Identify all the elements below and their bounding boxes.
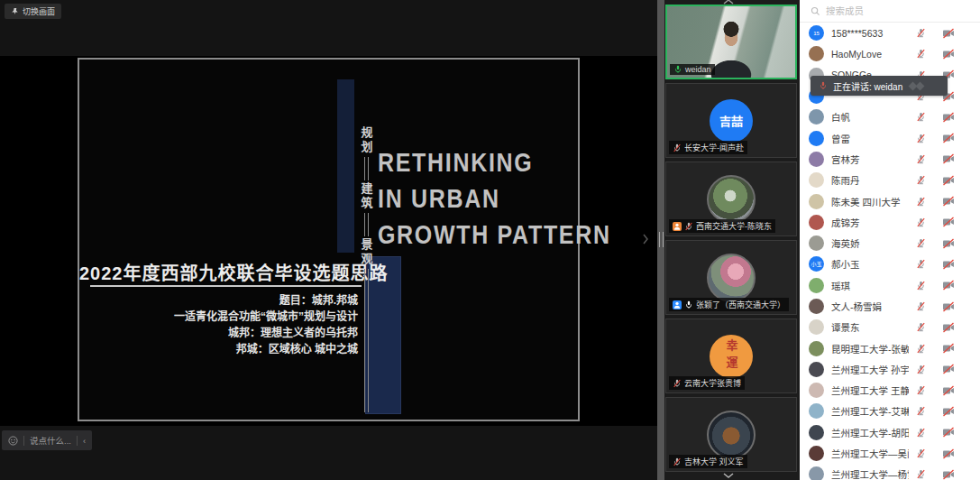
- mic-muted-icon: [916, 217, 926, 227]
- video-tile[interactable]: 吉喆 长安大学-闻声赴: [665, 83, 797, 158]
- avatar: [809, 319, 824, 335]
- participant-row[interactable]: 成锦芳: [800, 212, 980, 233]
- participant-name: 张颖了（西南交通大学）: [696, 299, 785, 310]
- scroll-up-icon[interactable]: [722, 0, 735, 5]
- emoji-icon[interactable]: [8, 436, 18, 446]
- video-tile[interactable]: 幸運 云南大学张贵博: [665, 318, 797, 393]
- switch-view-button[interactable]: 切换画面: [5, 4, 61, 19]
- participant-name: 兰州理工大学 孙宇琪: [831, 363, 909, 376]
- avatar: [809, 403, 824, 419]
- mic-muted-icon: [916, 365, 926, 374]
- participant-row[interactable]: 瑶琪: [800, 275, 980, 296]
- camera-off-icon: [942, 259, 955, 270]
- meeting-window: 切换画面 规划 建筑 景观 RETHINKING IN URBAN GROWTH…: [0, 0, 980, 480]
- participant-name: 宫林芳: [831, 152, 909, 166]
- participant-name-label: weidan: [670, 64, 715, 75]
- avatar: [809, 362, 824, 377]
- participant-row[interactable]: 兰州理工大学—杨雪蓝: [800, 464, 980, 480]
- sidebar-collapse-handle[interactable]: [642, 233, 653, 249]
- mic-status-icon: [684, 300, 693, 309]
- participant-name: 昆明理工大学-张敏婷: [831, 342, 909, 355]
- participant-row[interactable]: 白帆: [800, 106, 980, 127]
- mic-status-icon: [673, 379, 682, 388]
- mic-muted-icon: [916, 259, 926, 269]
- participant-row[interactable]: 小玉 郝小玉: [800, 254, 980, 274]
- search-input[interactable]: [826, 5, 971, 16]
- mic-muted-icon: [916, 154, 926, 164]
- avatar-photo: [707, 411, 756, 459]
- camera-off-icon: [942, 448, 955, 459]
- participant-name: 兰州理工大学-艾琳琪: [831, 404, 909, 418]
- participant-name-label: 云南大学张贵博: [669, 376, 745, 390]
- participant-row[interactable]: 文人-杨雪娟: [800, 296, 980, 317]
- mic-muted-icon: [916, 406, 926, 416]
- member-search-bar[interactable]: [800, 0, 980, 23]
- video-tile[interactable]: 西南交通大学-陈晓东: [665, 162, 797, 236]
- camera-off-icon: [942, 196, 955, 207]
- divider-drag-handle[interactable]: [659, 232, 664, 247]
- video-tile[interactable]: 吉林大学 刘义军: [665, 397, 797, 472]
- participant-name: 陈未美 四川大学: [831, 195, 909, 208]
- participant-row[interactable]: 兰州理工大学 王静琪: [800, 380, 980, 401]
- participant-role-badge: [673, 222, 682, 231]
- participant-row[interactable]: 曾雷: [800, 127, 980, 148]
- participant-row[interactable]: 陈雨丹: [800, 170, 980, 190]
- mic-muted-icon: [916, 49, 926, 59]
- avatar: [809, 235, 824, 251]
- participant-row[interactable]: 15 158****5633: [800, 23, 980, 43]
- participant-name: 陈雨丹: [831, 173, 909, 187]
- participant-name: 吉林大学 刘义军: [684, 456, 744, 467]
- camera-off-icon: [942, 406, 955, 417]
- presentation-slide: 规划 建筑 景观 RETHINKING IN URBAN GROWTH PATT…: [78, 58, 580, 421]
- participant-name-label: 张颖了（西南交通大学）: [669, 298, 789, 311]
- mic-status-icon: [673, 65, 682, 74]
- panel-divider[interactable]: [657, 0, 664, 480]
- participant-row[interactable]: 海英娇: [800, 233, 980, 254]
- mic-muted-icon: [916, 448, 926, 458]
- participant-row[interactable]: 兰州理工大学-艾琳琪: [800, 401, 980, 421]
- avatar: [809, 215, 824, 230]
- mic-status-icon: [684, 222, 693, 231]
- avatar: [809, 152, 824, 167]
- video-tile[interactable]: 张颖了（西南交通大学）: [665, 240, 797, 315]
- video-thumbnail-panel: weidan 吉喆 长安大学-闻声赴: [657, 0, 800, 480]
- avatar-initials: 幸運: [710, 335, 753, 378]
- participant-name: 兰州理工大学—杨雪蓝: [831, 467, 909, 480]
- video-tile-list: weidan 吉喆 长安大学-闻声赴: [665, 5, 797, 475]
- avatar: [809, 341, 824, 356]
- participant-row[interactable]: 昆明理工大学-张敏婷: [800, 337, 980, 358]
- camera-off-icon: [942, 469, 955, 480]
- participant-row[interactable]: 兰州理工大学 孙宇琪: [800, 359, 980, 380]
- avatar: [809, 194, 824, 209]
- participant-name: 兰州理工大学-胡阳文武: [831, 426, 909, 439]
- vertical-label: 规划: [358, 126, 375, 155]
- participant-name: 文人-杨雪娟: [831, 300, 909, 313]
- speaking-toast: 正在讲话: weidan: [811, 76, 948, 96]
- participant-row[interactable]: HaoMyLove: [800, 43, 980, 64]
- participant-name: 郝小玉: [831, 257, 909, 271]
- participant-row[interactable]: 兰州理工大学—吴问: [800, 443, 980, 464]
- participant-name: 158****5633: [831, 28, 909, 39]
- mic-muted-icon: [916, 469, 926, 479]
- participant-name-label: 长安大学-闻声赴: [669, 141, 747, 154]
- participant-name-label: 吉林大学 刘义军: [669, 455, 747, 468]
- participant-row[interactable]: 宫林芳: [800, 149, 980, 170]
- camera-off-icon: [942, 280, 955, 291]
- participant-row[interactable]: 陈未美 四川大学: [800, 190, 980, 211]
- participant-list-panel: 15 158****5633 HaoMyLove: [800, 0, 980, 480]
- chat-quick-bar[interactable]: 说点什么... ‹: [2, 430, 92, 450]
- mic-status-icon: [673, 457, 682, 466]
- participant-row[interactable]: 兰州理工大学-胡阳文武: [800, 422, 980, 443]
- mic-muted-icon: [916, 197, 926, 207]
- camera-off-icon: [942, 175, 955, 186]
- video-tile[interactable]: weidan: [665, 5, 797, 79]
- mic-muted-icon: [916, 175, 926, 185]
- chat-input-placeholder[interactable]: 说点什么...: [30, 434, 71, 447]
- pin-icon: [11, 7, 19, 15]
- scroll-down-icon[interactable]: [722, 472, 735, 479]
- chat-collapse-icon[interactable]: ‹: [83, 436, 86, 446]
- participant-row[interactable]: 谭景东: [800, 317, 980, 337]
- camera-off-icon: [942, 112, 955, 123]
- participant-name-label: 西南交通大学-陈晓东: [669, 219, 775, 233]
- avatar: [809, 299, 824, 314]
